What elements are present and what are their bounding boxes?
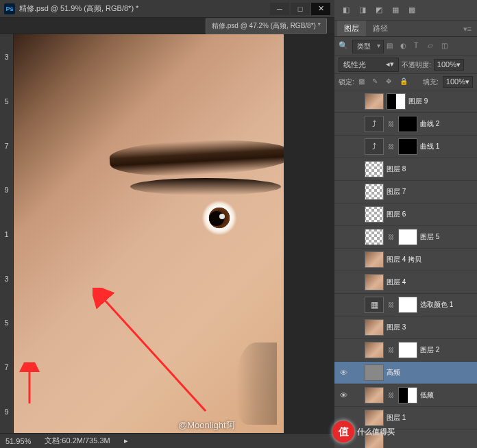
layer-name[interactable]: 图层 7 <box>387 187 406 197</box>
layer-row[interactable]: 图层 3 <box>334 316 477 339</box>
layer-name[interactable]: 曲线 1 <box>420 142 439 151</box>
lock-paint-icon[interactable]: ✎ <box>372 77 382 87</box>
status-arrow[interactable]: ▸ <box>124 436 128 445</box>
adjustment-icon[interactable]: ▩ <box>406 5 418 16</box>
filter-kind-select[interactable]: 类型 <box>352 40 384 53</box>
layer-row[interactable]: 图层 6 <box>334 203 477 226</box>
layer-row[interactable]: ⤴⛓曲线 2 <box>334 113 477 136</box>
fill-input[interactable]: 100%▾ <box>443 76 473 88</box>
visibility-toggle[interactable]: 👁 <box>337 389 350 401</box>
layer-row[interactable]: 图层 7 <box>334 181 477 203</box>
layer-thumbnail[interactable] <box>365 364 384 381</box>
layer-row[interactable]: ⛓图层 2 <box>334 339 477 362</box>
tab-paths[interactable]: 路径 <box>366 21 395 36</box>
adjustment-icon[interactable]: ▦ <box>389 5 402 16</box>
blend-mode-select[interactable]: 线性光◂▾ <box>339 58 399 72</box>
lock-all-icon[interactable]: 🔒 <box>400 77 409 87</box>
visibility-toggle[interactable] <box>337 186 350 198</box>
lock-move-icon[interactable]: ✥ <box>386 77 395 87</box>
lock-trans-icon[interactable]: ▩ <box>358 77 368 87</box>
layer-name[interactable]: 图层 6 <box>387 210 406 219</box>
visibility-toggle[interactable] <box>337 140 350 153</box>
adjustment-icon[interactable]: ◨ <box>356 5 369 16</box>
panel-menu-icon[interactable]: ▾≡ <box>458 22 477 36</box>
adjustment-icon[interactable]: ◧ <box>340 5 352 16</box>
opacity-input[interactable]: 100%▾ <box>434 59 464 71</box>
layer-thumbnail[interactable] <box>365 274 384 290</box>
layer-thumbnail[interactable]: ⤴ <box>365 138 384 155</box>
layer-row[interactable]: 图层 9 <box>334 90 477 113</box>
visibility-toggle[interactable] <box>337 231 350 243</box>
filter-smart-icon[interactable]: ◫ <box>441 42 452 51</box>
visibility-toggle[interactable] <box>337 163 350 175</box>
visibility-toggle[interactable] <box>337 208 350 221</box>
zoom-level[interactable]: 51.95% <box>5 437 31 445</box>
layer-thumbnail[interactable] <box>398 138 417 155</box>
layer-thumbnail[interactable]: ⤴ <box>365 116 384 132</box>
minimize-button[interactable]: ─ <box>270 3 289 15</box>
visibility-toggle[interactable] <box>337 299 350 311</box>
layer-thumbnail[interactable] <box>365 410 384 426</box>
filter-shape-icon[interactable]: ▱ <box>428 42 439 51</box>
layer-name[interactable]: 高频 <box>387 368 400 377</box>
layer-thumbnail[interactable] <box>398 297 417 313</box>
maximize-button[interactable]: □ <box>291 3 310 15</box>
filter-adjust-icon[interactable]: ◐ <box>400 42 411 51</box>
layer-name[interactable]: 图层 4 拷贝 <box>387 255 421 264</box>
visibility-toggle[interactable] <box>337 95 350 108</box>
layer-name[interactable]: 图层 2 <box>420 345 439 355</box>
visibility-toggle[interactable] <box>337 118 350 130</box>
layer-name[interactable]: 图层 4 <box>387 277 406 287</box>
layer-thumbnail[interactable] <box>398 229 417 245</box>
layer-thumbnail[interactable] <box>365 342 384 358</box>
layer-row[interactable]: 图层 4 <box>334 271 477 294</box>
layer-thumbnail[interactable] <box>398 342 417 358</box>
visibility-toggle[interactable] <box>337 321 350 334</box>
visibility-toggle[interactable] <box>337 412 350 424</box>
document-tab[interactable]: 精修.psd @ 47.2% (高频, RGB/8*) * <box>206 18 327 34</box>
layer-name[interactable]: 图层 3 <box>387 323 406 332</box>
layer-thumbnail[interactable] <box>365 319 384 336</box>
layer-row[interactable]: ⛓图层 5 <box>334 226 477 249</box>
layer-name[interactable]: 曲线 2 <box>420 119 439 129</box>
layer-row[interactable]: 图层 4 拷贝 <box>334 249 477 271</box>
layer-row[interactable]: 图层 1 <box>334 407 477 430</box>
layer-name[interactable]: 选取颜色 1 <box>420 300 453 310</box>
search-icon[interactable]: 🔍 <box>339 41 350 52</box>
layer-row[interactable]: 👁⛓低频 <box>334 384 477 407</box>
filter-pixel-icon[interactable]: ▤ <box>387 42 398 51</box>
layer-thumbnail[interactable] <box>365 432 384 448</box>
layer-thumbnail[interactable] <box>398 387 417 403</box>
layer-row[interactable]: ▦⛓选取颜色 1 <box>334 294 477 316</box>
layer-name[interactable]: 图层 9 <box>408 97 428 106</box>
visibility-toggle[interactable]: 👁 <box>337 434 350 447</box>
layer-row[interactable]: 图层 8 <box>334 158 477 181</box>
visibility-toggle[interactable] <box>337 344 350 356</box>
layer-name[interactable]: 图层 8 <box>387 164 406 174</box>
layer-row[interactable]: 👁高频 <box>334 362 477 384</box>
visibility-toggle[interactable] <box>337 276 350 288</box>
layer-thumbnail[interactable] <box>365 251 384 268</box>
layer-thumbnail[interactable] <box>398 116 417 132</box>
layer-thumbnail[interactable] <box>365 161 384 177</box>
visibility-toggle[interactable]: 👁 <box>337 366 350 379</box>
layer-row[interactable]: 👁 <box>334 430 477 448</box>
layer-thumbnail[interactable] <box>365 229 384 245</box>
layer-name[interactable]: 低频 <box>420 390 434 400</box>
layer-thumbnail[interactable] <box>365 93 384 110</box>
visibility-toggle[interactable] <box>337 253 350 266</box>
layer-thumbnail[interactable]: ▦ <box>365 297 384 313</box>
layer-thumbnail[interactable] <box>387 93 406 110</box>
tab-layers[interactable]: 图层 <box>337 21 366 36</box>
layer-thumbnail[interactable] <box>365 206 384 223</box>
adjustment-icon[interactable]: ◩ <box>373 5 385 16</box>
layers-list[interactable]: 图层 9⤴⛓曲线 2⤴⛓曲线 1图层 8图层 7图层 6⛓图层 5图层 4 拷贝… <box>334 90 477 448</box>
close-button[interactable]: ✕ <box>311 3 330 15</box>
layer-thumbnail[interactable] <box>365 387 384 403</box>
layer-thumbnail[interactable] <box>365 184 384 200</box>
layer-name[interactable]: 图层 5 <box>420 232 439 242</box>
filter-type-icon[interactable]: T <box>414 42 425 51</box>
layer-name[interactable]: 图层 1 <box>387 413 406 423</box>
layer-row[interactable]: ⤴⛓曲线 1 <box>334 136 477 158</box>
canvas-image[interactable] <box>14 34 284 433</box>
